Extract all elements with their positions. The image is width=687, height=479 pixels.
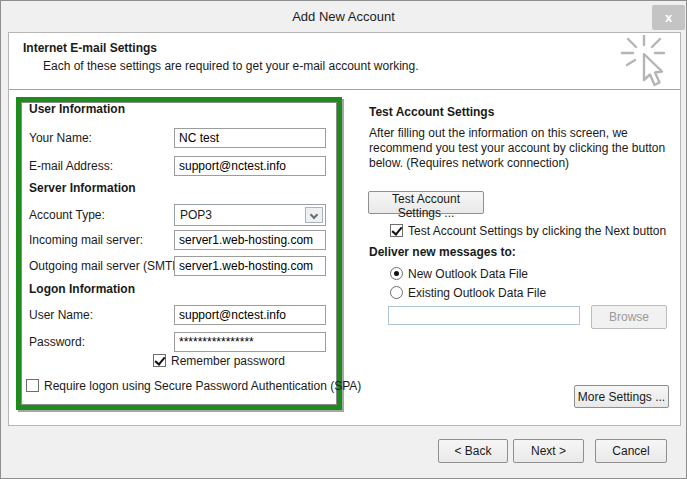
window-title: Add New Account — [1, 9, 686, 24]
email-address-label: E-mail Address: — [29, 159, 113, 173]
footer-bar: < Back Next > Cancel — [1, 426, 687, 479]
cursor-sparkle-icon — [614, 35, 676, 89]
spa-checkbox[interactable] — [26, 379, 39, 392]
wizard-header: Internet E-mail Settings Each of these s… — [9, 33, 680, 90]
test-account-settings-heading: Test Account Settings — [369, 105, 494, 119]
user-information-heading: User Information — [29, 102, 125, 116]
remember-password-label: Remember password — [171, 354, 285, 368]
your-name-input[interactable] — [174, 128, 326, 148]
logon-information-heading: Logon Information — [29, 282, 135, 296]
browse-button: Browse — [591, 305, 667, 329]
username-input[interactable] — [174, 305, 326, 325]
next-button[interactable]: Next > — [513, 439, 584, 463]
spa-label: Require logon using Secure Password Auth… — [44, 379, 361, 393]
existing-data-file-label: Existing Outlook Data File — [408, 286, 546, 300]
test-next-label: Test Account Settings by clicking the Ne… — [408, 224, 666, 238]
account-type-value: POP3 — [180, 208, 212, 222]
chevron-down-icon[interactable] — [305, 207, 323, 223]
outgoing-server-input[interactable] — [174, 256, 326, 276]
outgoing-server-label: Outgoing mail server (SMTP): — [29, 259, 188, 273]
back-button[interactable]: < Back — [438, 439, 508, 463]
test-next-checkbox[interactable] — [390, 224, 403, 237]
cancel-button[interactable]: Cancel — [595, 439, 667, 463]
password-label: Password: — [29, 335, 85, 349]
your-name-label: Your Name: — [29, 131, 92, 145]
deliver-heading: Deliver new messages to: — [369, 245, 516, 259]
server-information-heading: Server Information — [29, 181, 136, 195]
close-icon[interactable]: x — [652, 5, 685, 30]
more-settings-button[interactable]: More Settings ... — [574, 385, 669, 408]
username-label: User Name: — [29, 308, 93, 322]
account-type-label: Account Type: — [29, 208, 105, 222]
add-new-account-dialog: Add New Account x Internet E-mail Settin… — [0, 0, 687, 479]
new-data-file-label: New Outlook Data File — [408, 267, 528, 281]
incoming-server-input[interactable] — [174, 230, 326, 250]
header-subtitle: Each of these settings are required to g… — [43, 59, 419, 73]
account-type-select[interactable]: POP3 — [174, 204, 326, 226]
existing-data-file-radio[interactable] — [390, 286, 403, 299]
password-input[interactable] — [174, 332, 326, 352]
remember-password-checkbox[interactable] — [153, 354, 166, 367]
test-account-settings-button[interactable]: Test Account Settings ... — [368, 191, 484, 214]
incoming-server-label: Incoming mail server: — [29, 233, 143, 247]
new-data-file-radio[interactable] — [390, 267, 403, 280]
header-title: Internet E-mail Settings — [23, 41, 157, 55]
email-address-input[interactable] — [174, 156, 326, 176]
test-account-settings-description: After filling out the information on thi… — [369, 126, 677, 171]
data-file-path-input — [388, 306, 580, 325]
